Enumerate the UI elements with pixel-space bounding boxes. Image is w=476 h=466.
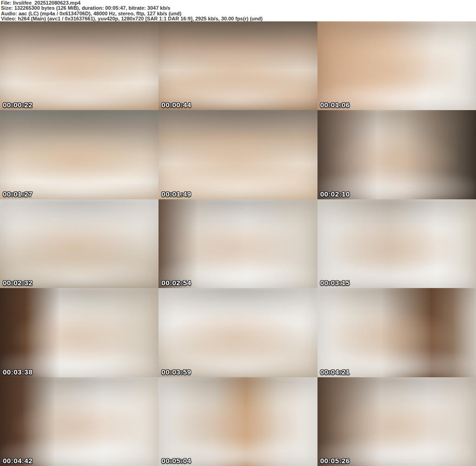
- video-thumbnail: 00:04:21: [317, 288, 476, 377]
- timestamp-overlay: 00:02:54: [161, 279, 191, 287]
- timestamp-overlay: 00:00:44: [161, 101, 191, 109]
- timestamp-overlay: 00:03:38: [3, 368, 33, 376]
- video-thumbnail: 00:03:15: [317, 199, 476, 288]
- timestamp-overlay: 00:00:22: [3, 101, 33, 109]
- timestamp-overlay: 00:03:59: [161, 368, 191, 376]
- video-thumbnail: 00:03:59: [159, 288, 317, 377]
- timestamp-overlay: 00:01:49: [161, 190, 191, 198]
- timestamp-overlay: 00:05:26: [320, 457, 350, 465]
- timestamp-overlay: 00:03:15: [320, 279, 350, 287]
- file-size-line: Size: 132265300 bytes (126 MiB), duratio…: [1, 6, 476, 11]
- video-thumbnail: 00:00:22: [0, 21, 159, 110]
- timestamp-overlay: 00:01:27: [3, 190, 33, 198]
- video-thumbnail: 00:01:49: [159, 110, 317, 199]
- video-thumbnail: 00:03:38: [0, 288, 159, 377]
- timestamp-overlay: 00:04:21: [320, 368, 350, 376]
- timestamp-overlay: 00:01:06: [320, 101, 350, 109]
- video-thumbnail: 00:02:10: [317, 110, 476, 199]
- video-info-line: Video: h264 (Main) (avc1 / 0x31637661), …: [1, 16, 476, 21]
- video-thumbnail: 00:05:26: [317, 377, 476, 466]
- video-thumbnail: 00:00:44: [159, 21, 317, 110]
- video-thumbnail: 00:02:32: [0, 199, 159, 288]
- video-thumbnail: 00:04:42: [0, 377, 159, 466]
- metadata-header: File: livslifee_202512080623.mp4 Size: 1…: [0, 0, 476, 21]
- timestamp-overlay: 00:02:32: [3, 279, 33, 287]
- video-thumbnail: 00:01:06: [317, 21, 476, 110]
- contact-sheet: File: livslifee_202512080623.mp4 Size: 1…: [0, 0, 476, 466]
- timestamp-overlay: 00:05:04: [161, 457, 191, 465]
- video-thumbnail: 00:02:54: [159, 199, 317, 288]
- video-thumbnail: 00:01:27: [0, 110, 159, 199]
- timestamp-overlay: 00:04:42: [3, 457, 33, 465]
- thumbnail-grid: 00:00:22 00:00:44 00:01:06 00:01:27 00:0…: [0, 21, 476, 466]
- video-thumbnail: 00:05:04: [159, 377, 317, 466]
- timestamp-overlay: 00:02:10: [320, 190, 350, 198]
